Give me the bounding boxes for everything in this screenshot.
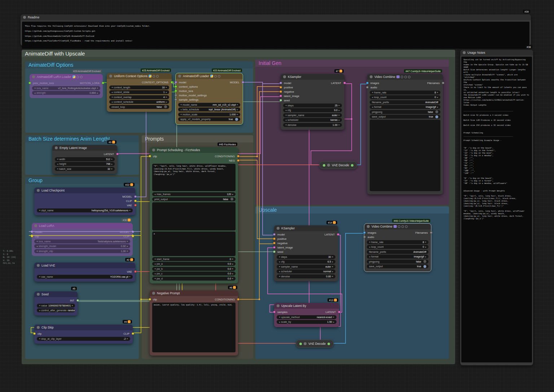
widget-sampler_name[interactable]: ◂sampler_nameeuler▸	[283, 113, 342, 117]
widget-motion_scale[interactable]: ◂motion_scale1.000▸	[178, 113, 240, 116]
output-slot-MODEL[interactable]	[134, 195, 137, 198]
widget-denoise[interactable]: ◂denoise1.00▸	[283, 123, 342, 127]
increment-arrow-icon[interactable]: ▸	[127, 337, 128, 340]
widget-context_length[interactable]: ◂context_length16▸	[109, 85, 169, 89]
node-title-bar[interactable]: Upscale Latent By	[274, 303, 339, 309]
decrement-arrow-icon[interactable]: ◂	[372, 96, 373, 99]
increment-arrow-icon[interactable]: ▸	[232, 277, 233, 280]
node-title-bar[interactable]: Empty Latent Image	[52, 145, 117, 151]
widget-sampler_name[interactable]: ◂sampler_nameeuler▸	[277, 265, 335, 269]
decrement-arrow-icon[interactable]: ◂	[154, 272, 155, 275]
widget-strength[interactable]: ◂strength0.884▸	[32, 91, 100, 95]
increment-arrow-icon[interactable]: ▸	[339, 109, 340, 112]
widget-lora_name[interactable]: ◂lora_nameTests\allylora.safetensors▸	[34, 239, 130, 243]
node-animatediff-loader[interactable]: #20 AnimateDiff EvolvedAnimateDiff Loade…	[176, 73, 243, 124]
node-title-bar[interactable]: Usage Notes	[460, 50, 533, 56]
input-slot-motion_lora[interactable]	[175, 90, 177, 92]
collapse-dot-icon[interactable]	[32, 75, 35, 78]
widget-print_output[interactable]: print_outputfalse	[152, 197, 236, 201]
widget-start_frame[interactable]: ◂start_frame0▸	[152, 257, 236, 261]
widget-frame_rate[interactable]: ◂frame_rate8▸	[370, 91, 440, 94]
widget-apply_v2_models_properly[interactable]: apply_v2_models_properlytrue	[178, 117, 240, 121]
node-ksampler-upscale[interactable]: #14KSamplermodelLATENTpositivenegativela…	[274, 225, 338, 281]
increment-arrow-icon[interactable]: ▸	[97, 87, 98, 89]
input-slot-clip[interactable]	[149, 155, 151, 158]
widget-scheduler[interactable]: ◂schedulernormal▸	[277, 269, 335, 273]
node-title-bar[interactable]: Load LoRA	[32, 223, 133, 229]
decrement-arrow-icon[interactable]: ◂	[36, 250, 38, 252]
increment-arrow-icon[interactable]: ▸	[127, 240, 128, 243]
collapse-dot-icon[interactable]	[152, 292, 155, 295]
node-readme[interactable]: #39 Readme This flow requires the follow…	[21, 14, 531, 46]
input-slot-motion_model_settings[interactable]	[175, 94, 177, 97]
collapse-dot-icon[interactable]	[37, 264, 40, 267]
collapse-dot-icon[interactable]	[370, 75, 373, 78]
output-slot-NEG[interactable]	[237, 159, 239, 162]
output-slot-LATENT[interactable]	[343, 82, 346, 84]
increment-arrow-icon[interactable]: ▸	[332, 255, 333, 258]
prompt-textarea[interactable]: "0": "1girl, solo, long hair, white dres…	[152, 164, 236, 191]
collapse-dot-icon[interactable]	[23, 16, 26, 19]
input-slot-seed[interactable]	[280, 99, 282, 102]
input-slot-negative[interactable]	[273, 242, 276, 245]
increment-arrow-icon[interactable]: ▸	[332, 275, 333, 278]
collapse-dot-icon[interactable]	[152, 149, 155, 151]
node-title-bar[interactable]: Readme	[21, 14, 531, 20]
decrement-arrow-icon[interactable]: ◂	[285, 109, 286, 112]
increment-arrow-icon[interactable]: ▸	[127, 250, 128, 252]
node-usage-notes[interactable]: #38 Usage Notes Upscaling can be turned …	[460, 50, 533, 365]
output-slot-Filenames[interactable]	[442, 82, 444, 84]
increment-arrow-icon[interactable]: ▸	[333, 316, 334, 318]
node-title-bar[interactable]: KSampler	[274, 225, 338, 231]
node-upscale-latent-by[interactable]: #13Upscale Latent BysamplesLATENT◂upscal…	[274, 303, 339, 327]
increment-arrow-icon[interactable]: ▸	[332, 270, 333, 273]
increment-arrow-icon[interactable]: ▸	[339, 119, 340, 122]
decrement-arrow-icon[interactable]: ◂	[180, 113, 181, 116]
widget-pw_d[interactable]: ◂pw_d0.0▸	[152, 277, 236, 281]
decrement-arrow-icon[interactable]: ◂	[57, 167, 58, 170]
input-slot-model[interactable]	[175, 81, 177, 84]
decrement-arrow-icon[interactable]: ◂	[34, 92, 35, 94]
decrement-arrow-icon[interactable]: ◂	[279, 275, 280, 278]
decrement-arrow-icon[interactable]: ◂	[285, 104, 286, 107]
widget-pingpong[interactable]: pingpongfalse	[367, 260, 428, 264]
toggle-knob[interactable]	[235, 118, 238, 121]
decrement-arrow-icon[interactable]: ◂	[279, 316, 280, 318]
increment-arrow-icon[interactable]: ▸	[111, 158, 113, 160]
input-slot-model[interactable]	[31, 231, 33, 233]
output-slot-CLIP[interactable]	[134, 200, 137, 202]
node-load-lora[interactable]: #30Load LoRAmodelMODELclipCLIP◂lora_name…	[32, 223, 133, 256]
widget-cfg[interactable]: ◂cfg9.0▸	[283, 108, 342, 112]
increment-arrow-icon[interactable]: ▸	[232, 193, 233, 196]
decrement-arrow-icon[interactable]: ◂	[39, 275, 40, 278]
widget-format[interactable]: ◂formatimage/gif▸	[367, 255, 428, 259]
decrement-arrow-icon[interactable]: ◂	[154, 267, 155, 270]
widget-context_stride[interactable]: ◂context_stride1▸	[109, 90, 169, 94]
node-video-combine-upscale[interactable]: #46 ComfyUI-VideoHelperSuiteVideo Combin…	[364, 224, 431, 272]
decrement-arrow-icon[interactable]: ◂	[57, 158, 58, 160]
input-slot-audio[interactable]	[363, 236, 366, 238]
decrement-arrow-icon[interactable]: ◂	[279, 255, 280, 258]
decrement-arrow-icon[interactable]: ◂	[39, 309, 40, 312]
node-ksampler-initial[interactable]: #7KSamplermodelLATENTpositivenegativelat…	[281, 74, 344, 130]
usage-notes-text[interactable]: Upscaling can be turned on/off by Activa…	[461, 57, 532, 362]
node-prompt-scheduling[interactable]: #45 FizzNodesPrompt Scheduling - FizzNod…	[150, 147, 238, 283]
increment-arrow-icon[interactable]: ▸	[129, 209, 131, 212]
input-slot-samples[interactable]	[273, 311, 276, 313]
decrement-arrow-icon[interactable]: ◂	[36, 240, 38, 243]
decrement-arrow-icon[interactable]: ◂	[39, 209, 40, 212]
output-slot-LATENT[interactable]	[337, 233, 339, 236]
widget-format[interactable]: ◂formatimage/gif▸	[370, 105, 440, 109]
node-seed[interactable]: #5SeedINT◂value1099393787569401▸◂control…	[34, 291, 78, 316]
prompt-textarea[interactable]: asian, (worst quality, low quality: 1.4)…	[152, 303, 236, 352]
decrement-arrow-icon[interactable]: ◂	[285, 114, 286, 116]
decrement-arrow-icon[interactable]: ◂	[279, 265, 280, 268]
widget-context_schedule[interactable]: ◂context_scheduleuniform▸	[109, 100, 169, 104]
decrement-arrow-icon[interactable]: ◂	[369, 246, 370, 248]
node-title-bar[interactable]: AnimateDiff Loader	[176, 73, 243, 79]
decrement-arrow-icon[interactable]: ◂	[39, 337, 40, 340]
group-title[interactable]: AnimateDiff Options	[25, 61, 253, 69]
group-title[interactable]: Prompts	[142, 135, 253, 142]
input-slot-negative[interactable]	[280, 91, 282, 93]
collapse-dot-icon[interactable]	[34, 224, 37, 227]
